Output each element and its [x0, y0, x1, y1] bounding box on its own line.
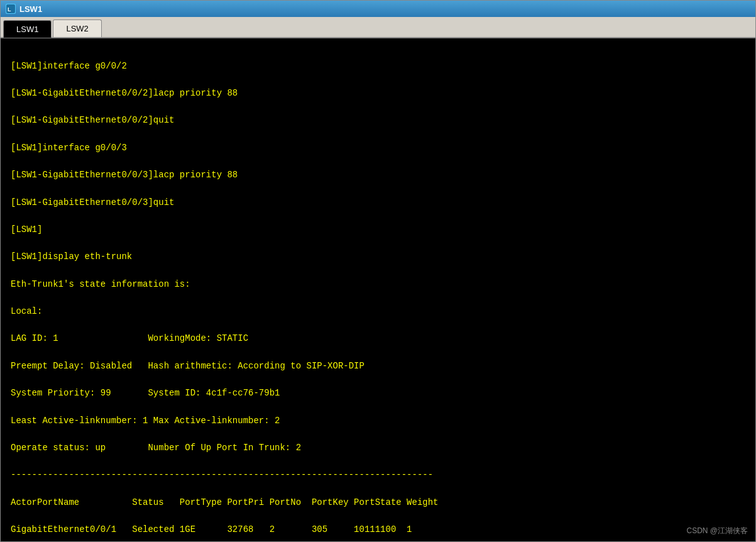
app-icon: L — [6, 4, 16, 14]
line-12: Preempt Delay: Disabled Hash arithmetic:… — [11, 360, 745, 373]
line-port1: GigabitEthernet0/0/1 Selected 1GE 32768 … — [11, 523, 745, 537]
line-header-local: ActorPortName Status PortType PortPri Po… — [11, 496, 745, 510]
svg-text:L: L — [8, 6, 11, 13]
line-1: [LSW1]interface g0/0/2 — [11, 60, 745, 74]
tab-lsw2[interactable]: LSW2 — [53, 19, 101, 37]
line-15: Operate status: up Number Of Up Port In … — [11, 441, 745, 455]
tabs-bar: LSW1 LSW2 — [1, 17, 755, 38]
line-6: [LSW1-GigabitEthernet0/0/3]quit — [11, 196, 745, 210]
line-14: Least Active-linknumber: 1 Max Active-li… — [11, 414, 745, 428]
line-9: Eth-Trunk1's state information is: — [11, 278, 745, 292]
line-7: [LSW1] — [11, 223, 745, 237]
line-10: Local: — [11, 305, 745, 319]
line-8: [LSW1]display eth-trunk — [11, 250, 745, 264]
terminal-area[interactable]: [LSW1]interface g0/0/2 [LSW1-GigabitEthe… — [1, 38, 755, 541]
tab-lsw1[interactable]: LSW1 — [3, 20, 52, 38]
main-window: L LSW1 LSW1 LSW2 [LSW1]interface g0/0/2 … — [0, 0, 756, 542]
watermark: CSDN @江湖侠客 — [686, 526, 748, 536]
line-5: [LSW1-GigabitEthernet0/0/3]lacp priority… — [11, 169, 745, 182]
line-11: LAG ID: 1 WorkingMode: STATIC — [11, 332, 745, 346]
line-13: System Priority: 99 System ID: 4c1f-cc76… — [11, 387, 745, 401]
window-title: LSW1 — [19, 4, 42, 14]
line-separator-1: ----------------------------------------… — [11, 468, 745, 482]
terminal-output: [LSW1]interface g0/0/2 [LSW1-GigabitEthe… — [11, 46, 745, 541]
title-bar: L LSW1 — [1, 1, 755, 17]
line-2: [LSW1-GigabitEthernet0/0/2]lacp priority… — [11, 87, 745, 101]
line-3: [LSW1-GigabitEthernet0/0/2]quit — [11, 114, 745, 128]
line-4: [LSW1]interface g0/0/3 — [11, 141, 745, 155]
